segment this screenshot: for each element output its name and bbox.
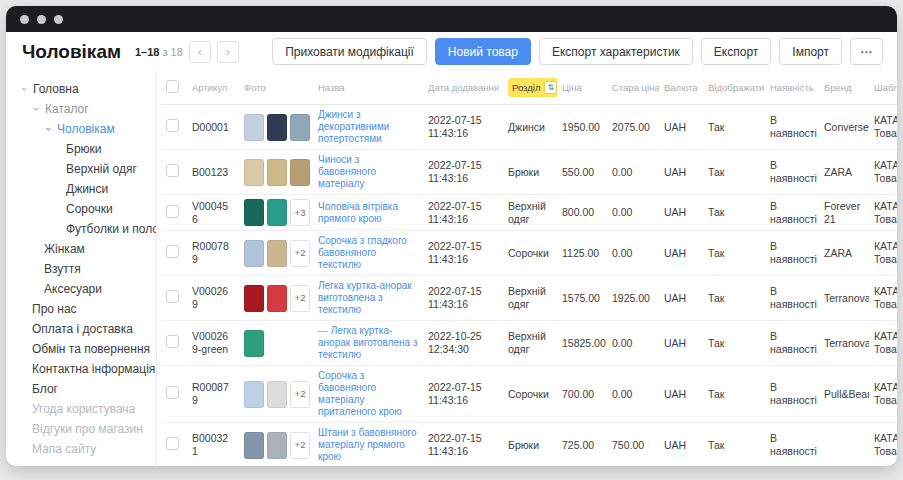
- row-checkbox-cell: [161, 195, 187, 231]
- row-checkbox[interactable]: [166, 290, 179, 303]
- product-name-link[interactable]: Сорочка з бавовняного матеріалу притален…: [318, 370, 418, 418]
- export-attributes-button[interactable]: Експорт характеристик: [539, 38, 693, 65]
- sidebar-item-jeans[interactable]: Джинси: [20, 179, 154, 199]
- row-checkbox[interactable]: [166, 164, 179, 177]
- row-checkbox[interactable]: [166, 386, 179, 399]
- product-visible: Так: [703, 276, 765, 321]
- hide-modifications-button[interactable]: Приховати модифікації: [272, 38, 427, 65]
- column-header-template[interactable]: Шаблон: [869, 71, 897, 105]
- column-header-price[interactable]: Ціна: [557, 71, 607, 105]
- sidebar-item-tshirts-polo[interactable]: Футболки и поло: [20, 219, 154, 239]
- import-button[interactable]: Імпорт: [779, 38, 842, 65]
- product-photo-thumbnail[interactable]: [244, 381, 264, 408]
- column-header-oldprice[interactable]: Стара ціна: [607, 71, 659, 105]
- product-name-link[interactable]: Чиноси з бавовняного матеріалу: [318, 154, 418, 190]
- product-name-link[interactable]: Джинси з декоративними потертостями: [318, 109, 418, 145]
- column-header-brand[interactable]: Бренд: [819, 71, 869, 105]
- more-button[interactable]: ⋯: [850, 38, 883, 65]
- product-photo-thumbnail[interactable]: [244, 114, 264, 141]
- sidebar-item-label: Аксесуари: [44, 279, 102, 299]
- window-close-button[interactable]: [20, 15, 29, 24]
- product-photo-thumbnail[interactable]: [290, 159, 310, 186]
- pagination-next-button[interactable]: ›: [217, 41, 239, 63]
- product-photos: +2: [244, 381, 308, 408]
- product-name-link[interactable]: — Легка куртка-анорак виготовлена з текс…: [318, 325, 418, 361]
- column-header-sku[interactable]: Артикул: [187, 71, 239, 105]
- sidebar-item-women[interactable]: Жінкам: [20, 239, 154, 259]
- column-header-stock[interactable]: Наявність: [765, 71, 819, 105]
- product-name-link[interactable]: Сорочка з гладкого бавовняного текстилю: [318, 235, 418, 271]
- more-photos-badge[interactable]: +3: [290, 199, 310, 226]
- select-all-checkbox[interactable]: [166, 80, 179, 93]
- sidebar-item-accessories[interactable]: Аксесуари: [20, 279, 154, 299]
- window-minimize-button[interactable]: [37, 15, 46, 24]
- product-photo-thumbnail[interactable]: [244, 199, 264, 226]
- product-photo-thumbnail[interactable]: [267, 285, 287, 312]
- sidebar-item-home[interactable]: ›Головна: [20, 79, 154, 99]
- product-sku: R000879: [187, 366, 239, 423]
- column-header-name[interactable]: Назва: [313, 71, 423, 105]
- date-part: 11:43:16: [428, 127, 498, 140]
- sidebar-item-about[interactable]: Про нас: [20, 299, 154, 319]
- product-name-link[interactable]: Штани з бавовняного матеріалу прямого кр…: [318, 427, 418, 463]
- product-photo-thumbnail[interactable]: [267, 114, 287, 141]
- date-part: 11:43:16: [428, 213, 498, 226]
- sidebar-item-sitemap[interactable]: Мапа сайту: [20, 439, 154, 459]
- row-checkbox[interactable]: [166, 437, 179, 450]
- product-name-link[interactable]: Легка куртка-анорак виготовлена з тексти…: [318, 280, 418, 316]
- table-header-row: АртикулФотоНазваДата додаванняРозділ⇅Цін…: [161, 71, 897, 105]
- product-photo-thumbnail[interactable]: [244, 159, 264, 186]
- product-sku: B00123: [187, 150, 239, 195]
- sidebar-item-store-reviews[interactable]: Відгуки про магазин: [20, 419, 154, 439]
- date-part: 2022-07-15: [428, 114, 498, 127]
- product-photos-cell: [239, 150, 313, 195]
- column-header-category[interactable]: Розділ⇅: [503, 71, 557, 105]
- sidebar-item-catalog[interactable]: ›Каталог: [20, 99, 154, 119]
- sidebar-item-payment-delivery[interactable]: Оплата і доставка: [20, 319, 154, 339]
- product-old-price: 0.00: [607, 366, 659, 423]
- row-checkbox[interactable]: [166, 245, 179, 258]
- product-photo-thumbnail[interactable]: [267, 381, 287, 408]
- desktop-background: Чоловікам 1–18 з 18 ‹ › Приховати модифі…: [0, 0, 903, 480]
- product-row: R000879+2Сорочка з бавовняного матеріалу…: [161, 366, 897, 423]
- export-button[interactable]: Експорт: [701, 38, 771, 65]
- sidebar-item-shirts[interactable]: Сорочки: [20, 199, 154, 219]
- product-photo-thumbnail[interactable]: [267, 199, 287, 226]
- new-product-button[interactable]: Новий товар: [435, 38, 531, 65]
- product-photo-thumbnail[interactable]: [244, 285, 264, 312]
- product-photo-thumbnail[interactable]: [267, 240, 287, 267]
- more-photos-badge[interactable]: +2: [290, 432, 310, 459]
- sidebar-item-blog[interactable]: Блог: [20, 379, 154, 399]
- product-photo-thumbnail[interactable]: [267, 159, 287, 186]
- sort-icon[interactable]: ⇅: [544, 81, 557, 94]
- product-name-link[interactable]: Чоловіча вітрівка прямого крою: [318, 201, 418, 225]
- column-header-visible[interactable]: Відображати: [703, 71, 765, 105]
- product-category: Верхній одяг: [503, 321, 557, 366]
- sidebar-item-shoes[interactable]: Взуття: [20, 259, 154, 279]
- column-header-photo[interactable]: Фото: [239, 71, 313, 105]
- product-photo-thumbnail[interactable]: [244, 240, 264, 267]
- more-photos-badge[interactable]: +2: [290, 285, 310, 312]
- sidebar-item-contacts[interactable]: Контактна інформація: [20, 359, 154, 379]
- pagination-prev-button[interactable]: ‹: [189, 41, 211, 63]
- product-photo-thumbnail[interactable]: [244, 330, 264, 357]
- row-checkbox[interactable]: [166, 205, 179, 218]
- product-photo-thumbnail[interactable]: [267, 432, 287, 459]
- more-photos-badge[interactable]: +2: [290, 381, 310, 408]
- sidebar-item-exchange-return[interactable]: Обмін та повернення: [20, 339, 154, 359]
- row-checkbox[interactable]: [166, 335, 179, 348]
- sidebar-item-outerwear[interactable]: Верхній одяг: [20, 159, 154, 179]
- window-zoom-button[interactable]: [54, 15, 63, 24]
- sidebar-item-user-agreement[interactable]: Угода користувача: [20, 399, 154, 419]
- sorted-column-header[interactable]: Розділ⇅: [508, 78, 557, 97]
- sidebar-item-men[interactable]: ›Чоловікам: [20, 119, 154, 139]
- column-header-currency[interactable]: Валюта: [659, 71, 703, 105]
- product-visible: Так: [703, 231, 765, 276]
- product-photo-thumbnail[interactable]: [244, 432, 264, 459]
- sidebar-item-pants[interactable]: Брюки: [20, 139, 154, 159]
- column-header-date[interactable]: Дата додавання: [423, 71, 503, 105]
- admin-app: Чоловікам 1–18 з 18 ‹ › Приховати модифі…: [6, 32, 897, 466]
- more-photos-badge[interactable]: +2: [290, 240, 310, 267]
- row-checkbox[interactable]: [166, 119, 179, 132]
- product-photo-thumbnail[interactable]: [290, 114, 310, 141]
